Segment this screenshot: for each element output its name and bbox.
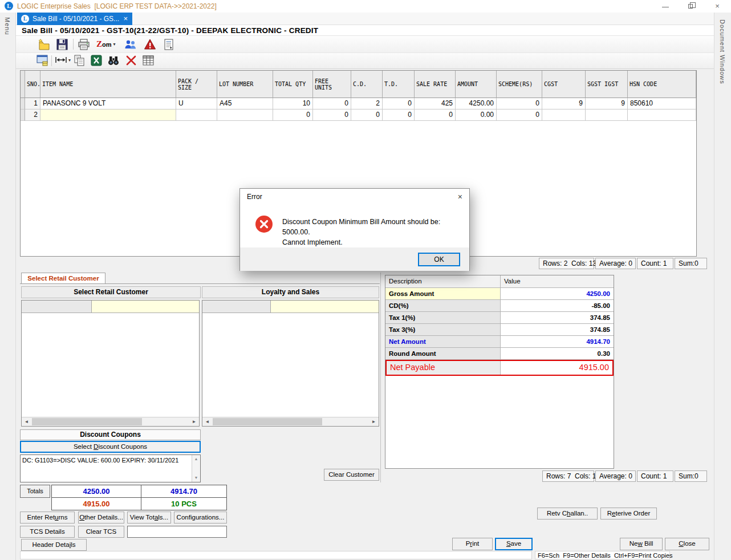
clear-tcs-button[interactable]: Clear TCS (78, 526, 124, 538)
cell-pack-size[interactable] (176, 109, 217, 121)
cell-sno[interactable]: 2 (25, 109, 40, 121)
menu-dock-tab[interactable]: Menu (4, 17, 11, 35)
print-icon[interactable] (76, 38, 91, 51)
header-details-button[interactable]: Header Details (21, 539, 87, 551)
window-view-icon[interactable] (35, 54, 50, 67)
col-lot-number[interactable]: LOT NUMBER (217, 71, 273, 98)
clear-customer-button[interactable]: Clear Customer (324, 469, 379, 481)
cell-pack-size[interactable]: U (176, 98, 217, 109)
cell-sno[interactable]: 1 (25, 98, 40, 109)
vertical-scrollbar[interactable]: ▲ ▼ (192, 455, 200, 482)
cell-sale-rate[interactable]: 0 (415, 109, 456, 121)
cell-scheme[interactable]: 0 (497, 98, 542, 109)
cell-hsn-code[interactable] (628, 109, 696, 121)
col-item-name[interactable]: ITEM NAME (40, 71, 176, 98)
cell-cd[interactable]: 2 (351, 98, 383, 109)
col-free-units[interactable]: FREE UNITS (313, 71, 351, 98)
cell-sale-rate[interactable]: 425 (415, 98, 456, 109)
col-cd[interactable]: C.D. (351, 71, 383, 98)
cell-cgst[interactable]: 9 (542, 98, 586, 109)
col-sgst-igst[interactable]: SGST IGST (586, 71, 628, 98)
scroll-right-icon[interactable]: ► (369, 417, 379, 426)
horizontal-scrollbar[interactable]: ◄ ► (202, 417, 379, 426)
cell-lot-number[interactable]: A45 (217, 98, 273, 109)
voucher-settings-icon[interactable] (161, 38, 176, 51)
cell-lot-number[interactable] (217, 109, 273, 121)
find-icon[interactable] (106, 54, 121, 67)
col-amount[interactable]: AMOUNT (456, 71, 497, 98)
col-scheme[interactable]: SCHEME(RS) (497, 71, 542, 98)
tcs-details-button[interactable]: TCS Details (20, 526, 75, 538)
cell-hsn-code[interactable]: 850610 (628, 98, 696, 109)
cell-td[interactable]: 0 (383, 98, 415, 109)
scrollbar-thumb[interactable] (213, 418, 322, 425)
select-discount-coupons-button[interactable]: Select Discount Coupons (20, 441, 201, 453)
scroll-up-icon[interactable]: ▲ (192, 455, 200, 463)
row-selector[interactable] (21, 98, 25, 109)
cell-sgst-igst[interactable] (586, 109, 628, 121)
scroll-right-icon[interactable]: ► (189, 417, 199, 426)
cell-cgst[interactable] (542, 109, 586, 121)
cell-total-qty[interactable]: 10 (273, 98, 313, 109)
cell-td[interactable]: 0 (383, 109, 415, 121)
copy-icon[interactable] (72, 54, 87, 67)
discount-coupons-listbox[interactable]: DC: G1103=>DISC VALUE: 600.00 EXPIRY: 30… (20, 455, 201, 482)
window-titlebar[interactable]: L LOGIC Enterprise Sales [LOGIC ERP TEST… (0, 0, 731, 13)
cell-free-units[interactable]: 0 (313, 109, 351, 121)
cell-free-units[interactable]: 0 (313, 98, 351, 109)
filter-input-cell[interactable] (92, 301, 199, 313)
document-windows-dock-tab[interactable]: Document Windows (719, 19, 726, 84)
col-cgst[interactable]: CGST (542, 71, 586, 98)
enter-returns-button[interactable]: Enter Returns (20, 512, 75, 524)
sale-bill-tab[interactable]: L Sale Bill - 05/10/2021 - GS... × (17, 13, 132, 25)
excel-export-icon[interactable] (89, 54, 104, 67)
minimize-button[interactable] (657, 2, 674, 11)
restore-button[interactable] (683, 2, 700, 11)
tcs-value-field[interactable] (127, 526, 227, 538)
row-selector[interactable] (21, 109, 25, 121)
error-dialog-close-icon[interactable]: × (458, 192, 462, 201)
scroll-left-icon[interactable]: ◄ (22, 417, 31, 426)
users-icon[interactable] (123, 38, 138, 51)
filter-input-cell[interactable] (271, 301, 379, 313)
close-window-button[interactable]: × (709, 2, 726, 11)
col-pack-size[interactable]: PACK / SIZE (176, 71, 217, 98)
other-details-button[interactable]: Other Details... (78, 512, 124, 524)
save-icon[interactable] (55, 38, 70, 51)
cell-amount[interactable]: 4250.00 (456, 98, 497, 109)
cell-sgst-igst[interactable]: 9 (586, 98, 628, 109)
tab-close-icon[interactable]: × (123, 14, 128, 23)
loyalty-list-body[interactable] (202, 313, 379, 417)
save-button[interactable]: Save (495, 538, 533, 550)
grid-view-icon[interactable] (141, 54, 156, 67)
scrollbar-thumb[interactable] (32, 418, 142, 425)
new-bill-icon[interactable] (36, 38, 51, 51)
cell-scheme[interactable]: 0 (497, 109, 542, 121)
print-button[interactable]: Print (452, 538, 493, 550)
alert-icon[interactable] (143, 38, 157, 51)
col-sale-rate[interactable]: SALE RATE (415, 71, 456, 98)
cell-item-name[interactable] (40, 109, 176, 121)
col-td[interactable]: T.D. (383, 71, 415, 98)
error-dialog-titlebar[interactable]: Error × (240, 189, 469, 205)
tab-select-retail-customer[interactable]: Select Retail Customer (21, 273, 105, 284)
zoom-dropdown[interactable]: Zom▾ (96, 39, 116, 49)
reterive-order-button[interactable]: Reterive Order (600, 508, 657, 520)
cell-item-name[interactable]: PANASONC 9 VOLT (40, 98, 176, 109)
view-totals-button[interactable]: View Totals... (127, 512, 171, 524)
scroll-left-icon[interactable]: ◄ (202, 417, 212, 426)
retail-customer-list-body[interactable] (22, 313, 199, 417)
col-sno[interactable]: SNO. (25, 71, 40, 98)
new-bill-button[interactable]: New Bill (620, 538, 663, 550)
retv-challan-button[interactable]: Retv Challan.. (537, 508, 598, 520)
cell-amount[interactable]: 0.00 (456, 109, 497, 121)
col-total-qty[interactable]: TOTAL QTY (273, 71, 313, 98)
configurations-button[interactable]: Configurations... (174, 512, 227, 524)
scroll-down-icon[interactable]: ▼ (192, 474, 200, 482)
cell-cd[interactable]: 0 (351, 109, 383, 121)
horizontal-scrollbar[interactable]: ◄ ► (22, 417, 199, 426)
cell-total-qty[interactable]: 0 (273, 109, 313, 121)
delete-row-icon[interactable] (124, 54, 139, 67)
coupon-list-item[interactable]: DC: G1103=>DISC VALUE: 600.00 EXPIRY: 30… (22, 457, 178, 464)
column-width-dropdown[interactable]: ▾ (55, 56, 71, 64)
